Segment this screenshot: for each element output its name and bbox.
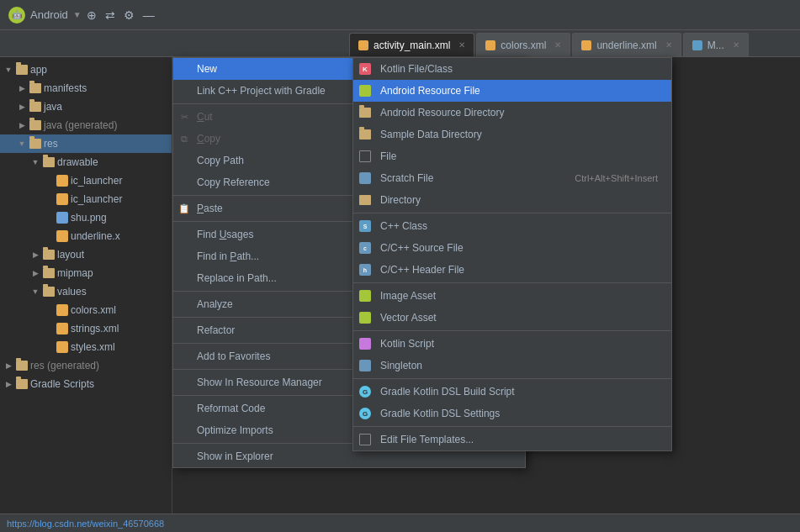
sub-item-kotlin-script[interactable]: Kotlin Script: [353, 333, 671, 355]
sub-item-edit-templates[interactable]: Edit File Templates...: [353, 429, 671, 450]
status-bar: https://blog.csdn.net/weixin_46570668: [0, 514, 800, 532]
tree-item-values[interactable]: ▼ values: [0, 282, 172, 301]
tree-item-strings[interactable]: strings.xml: [0, 319, 172, 338]
arrow-mipmap: ▶: [30, 269, 40, 277]
tree-item-res-gen[interactable]: ▶ res (generated): [0, 356, 172, 375]
sub-item-image-asset[interactable]: Image Asset: [353, 285, 671, 307]
tree-item-shu[interactable]: shu.png: [0, 208, 172, 227]
copy-icon: ⧉: [178, 133, 190, 145]
cpp-source-icon: c: [358, 241, 372, 255]
tree-item-app[interactable]: ▼ app: [0, 61, 172, 79]
tab-colors[interactable]: colors.xml ✕: [476, 33, 570, 56]
folder-icon-app: [16, 65, 28, 75]
tree-item-colors[interactable]: colors.xml: [0, 301, 172, 319]
gradle-settings-icon: G: [358, 407, 372, 420]
tree-item-layout[interactable]: ▶ layout: [0, 245, 172, 264]
folder-icon-drawable: [43, 157, 55, 167]
sub-label-cpp-source: C/C++ Source File: [380, 242, 658, 254]
tree-item-gradle[interactable]: ▶ Gradle Scripts: [0, 375, 172, 393]
sub-item-file[interactable]: File: [353, 145, 671, 167]
sub-item-directory[interactable]: Directory: [353, 189, 671, 211]
sub-item-cpp-source[interactable]: c C/C++ Source File: [353, 237, 671, 259]
add-module-icon[interactable]: ⊕: [87, 8, 97, 22]
project-title[interactable]: Android: [30, 8, 68, 21]
gradle-build-icon: G: [358, 385, 372, 398]
sub-item-cpp-class[interactable]: S C++ Class: [353, 215, 671, 237]
file-icon-underline: [56, 230, 68, 242]
tree-item-underline[interactable]: underline.x: [0, 227, 172, 245]
sub-sep-5: [353, 426, 671, 427]
tree-item-java-generated[interactable]: ▶ java (generated): [0, 116, 172, 134]
sub-item-android-res-file[interactable]: Android Resource File: [353, 80, 671, 102]
sub-label-image-asset: Image Asset: [380, 290, 658, 302]
sub-sep-4: [353, 378, 671, 379]
tab-close-main[interactable]: ✕: [733, 40, 739, 50]
sub-label-vector-asset: Vector Asset: [380, 312, 658, 324]
sub-item-sample-data-dir[interactable]: Sample Data Directory: [353, 124, 671, 145]
sub-label-scratch-file: Scratch File: [380, 172, 575, 184]
cut-icon: ✂: [178, 111, 190, 123]
sub-item-gradle-settings[interactable]: G Gradle Kotlin DSL Settings: [353, 403, 671, 424]
directory-icon: [358, 193, 372, 207]
label-manifests: manifests: [44, 82, 87, 94]
label-styles: styles.xml: [71, 341, 115, 353]
sub-label-cpp-class: C++ Class: [380, 220, 658, 232]
tree-item-drawable[interactable]: ▼ drawable: [0, 153, 172, 171]
vector-asset-icon: [358, 311, 372, 324]
arrow-drawable: ▼: [30, 158, 40, 166]
tree-item-manifests[interactable]: ▶ manifests: [0, 79, 172, 97]
file-icon-ic2: [56, 193, 68, 205]
scratch-file-icon: [358, 171, 372, 185]
tab-label-underline: underline.xml: [596, 40, 656, 51]
tab-close-underline[interactable]: ✕: [665, 40, 672, 50]
label-gradle: Gradle Scripts: [30, 378, 94, 390]
sub-item-android-res-dir[interactable]: Android Resource Directory: [353, 102, 671, 124]
tab-icon-underline: [581, 40, 591, 50]
label-underline: underline.x: [71, 230, 120, 242]
tree-item-res[interactable]: ▼ res: [0, 134, 172, 153]
folder-icon-layout: [43, 250, 55, 260]
tree-item-java[interactable]: ▶ java: [0, 97, 172, 116]
sub-label-cpp-header: C/C++ Header File: [380, 264, 658, 276]
title-bar: 🤖 Android ▼ ⊕ ⇄ ⚙ —: [0, 0, 800, 30]
file-icon-shu: [56, 212, 68, 224]
sub-item-kotlin-class[interactable]: K Kotlin File/Class: [353, 58, 671, 80]
tab-main[interactable]: M... ✕: [683, 33, 749, 56]
sub-label-kotlin-class: Kotlin File/Class: [380, 63, 658, 75]
sub-label-directory: Directory: [380, 194, 658, 206]
folder-icon-res-gen: [16, 361, 28, 371]
tab-close-colors[interactable]: ✕: [554, 40, 561, 50]
android-res-file-icon: [358, 84, 372, 97]
tree-item-styles[interactable]: styles.xml: [0, 338, 172, 356]
sub-item-scratch-file[interactable]: Scratch File Ctrl+Alt+Shift+Insert: [353, 167, 671, 189]
sub-item-gradle-build[interactable]: G Gradle Kotlin DSL Build Script: [353, 381, 671, 403]
minimize-icon[interactable]: —: [143, 8, 155, 22]
label-ic2: ic_launcher: [71, 193, 122, 205]
file-icon-strings: [56, 323, 68, 334]
status-link[interactable]: https://blog.csdn.net/weixin_46570668: [7, 519, 164, 529]
arrow-gradle: ▶: [3, 380, 13, 388]
tree-item-ic-launcher-1[interactable]: ic_launcher: [0, 171, 172, 190]
tree-item-mipmap[interactable]: ▶ mipmap: [0, 264, 172, 282]
cpp-header-icon: h: [358, 263, 372, 277]
sub-item-vector-asset[interactable]: Vector Asset: [353, 307, 671, 329]
edit-templates-icon: [358, 433, 372, 446]
sync-icon[interactable]: ⇄: [105, 8, 115, 22]
tree-item-ic-launcher-2[interactable]: ic_launcher: [0, 190, 172, 208]
sub-item-cpp-header[interactable]: h C/C++ Header File: [353, 259, 671, 281]
label-mipmap: mipmap: [57, 267, 93, 279]
paste-icon: 📋: [178, 203, 190, 214]
sub-item-singleton[interactable]: Singleton: [353, 355, 671, 377]
android-res-dir-icon: [358, 106, 372, 119]
ctx-label-show-explorer: Show in Explorer: [197, 450, 511, 462]
project-dropdown-arrow[interactable]: ▼: [73, 10, 82, 19]
tab-underline[interactable]: underline.xml ✕: [572, 33, 681, 56]
tab-activity-main[interactable]: activity_main.xml ✕: [349, 33, 474, 56]
folder-icon-res: [29, 139, 41, 149]
arrow-values: ▼: [30, 287, 40, 296]
tab-close-activity[interactable]: ✕: [458, 40, 465, 50]
settings-icon[interactable]: ⚙: [124, 8, 135, 22]
label-values: values: [57, 286, 87, 298]
folder-icon-java-gen: [29, 120, 41, 130]
tab-label-main: M...: [707, 40, 724, 51]
